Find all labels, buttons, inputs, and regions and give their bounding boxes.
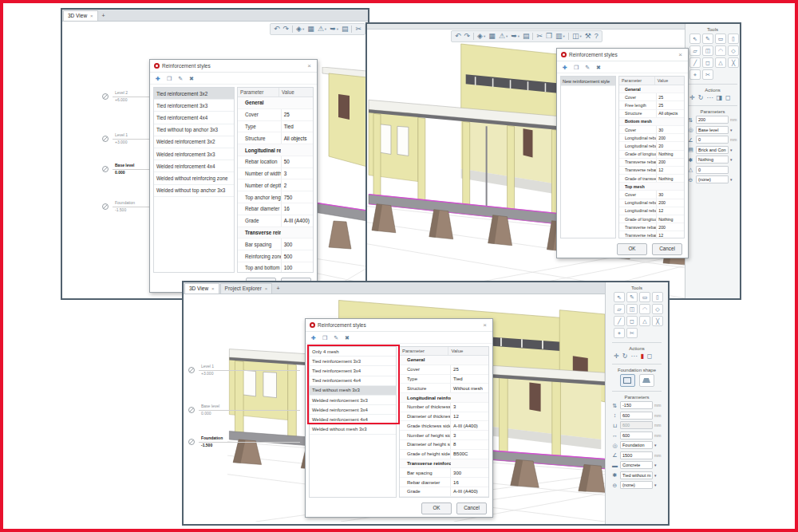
box-tool-icon[interactable]: ◻ — [702, 57, 713, 68]
style-list-item[interactable]: Tied reinforcement 3x2 — [154, 88, 234, 100]
parameter-row[interactable]: Diameter of thickness side reb 12 — [400, 412, 488, 422]
parameter-row[interactable]: Grade of height side B500C — [400, 450, 488, 459]
dialog-titlebar[interactable]: Reinforcement styles × — [150, 60, 317, 73]
style-list-item[interactable]: Welded reinforcement 3x2 — [154, 136, 234, 148]
add-style-icon[interactable]: ✚ — [311, 335, 316, 341]
trim-tool-icon[interactable]: ✂ — [702, 69, 713, 80]
roof-tool-icon[interactable]: △ — [715, 57, 726, 68]
parameter-row[interactable]: Bar spacing 300 — [238, 238, 313, 250]
style-list-item[interactable]: Tied reinforcement 4x4 — [154, 112, 234, 124]
parameter-row[interactable]: Rebar diameter 16 — [400, 478, 488, 487]
parameter-row[interactable]: Transverse reinforcement of cage — [400, 459, 488, 469]
redo-icon[interactable]: ↷ — [283, 26, 290, 33]
style-list-item[interactable]: New reinforcement style — [561, 77, 615, 86]
style-list-item[interactable]: Welded without mesh 3x3 — [310, 425, 396, 435]
window-tool-icon[interactable]: ◫ — [626, 304, 638, 314]
paste-icon[interactable]: ▥ — [555, 33, 565, 40]
snapshot-icon[interactable]: ▦ — [488, 33, 496, 40]
param-input[interactable]: 600 — [620, 421, 653, 429]
parameter-row[interactable]: Transverse reinforcement of cage — [238, 227, 313, 239]
chevron-down-icon[interactable]: ▾ — [654, 483, 662, 487]
parameter-row[interactable]: Longitudinal reinforcement of cage — [238, 144, 313, 156]
parameter-row[interactable]: Grade of transverse rebar Nothing — [619, 175, 684, 183]
settings-icon[interactable]: ⚒ — [585, 33, 591, 40]
mirror-action-icon[interactable]: ◨ — [716, 94, 722, 101]
line-tool-icon[interactable]: ╱ — [614, 316, 625, 326]
ok-button[interactable]: OK — [421, 502, 452, 514]
parameter-row[interactable]: Longitudinal rebar diameter 12 — [619, 207, 684, 215]
parameter-row[interactable]: Cover 30 — [619, 126, 684, 134]
chevron-down-icon[interactable]: ▾ — [654, 473, 662, 478]
parameter-row[interactable]: Grade of longitudinal rebar Nothing — [619, 151, 684, 159]
tab-close-icon[interactable]: × — [265, 286, 268, 291]
snapshot-icon[interactable]: ▦ — [307, 26, 314, 33]
wall-tool-icon[interactable]: ▭ — [639, 292, 650, 302]
parameter-row[interactable]: Structure All objects — [238, 132, 313, 144]
arc-tool-icon[interactable]: ◠ — [639, 304, 650, 314]
parameter-row[interactable]: Top anchor length 750 — [238, 191, 313, 203]
parameter-row[interactable]: Type Tied — [400, 375, 488, 384]
roof-tool-icon[interactable]: △ — [639, 316, 650, 326]
array-action-icon[interactable]: ◻ — [647, 353, 653, 360]
parameter-row[interactable]: Rebar location 50 — [238, 156, 313, 168]
param-input[interactable]: Nothing — [696, 156, 729, 164]
parameter-row[interactable]: Cover 25 — [400, 365, 488, 375]
duplicate-style-icon[interactable]: ❐ — [322, 335, 327, 341]
style-list-item[interactable]: Welded without reinforcing zone — [154, 172, 234, 184]
export-icon[interactable]: ➥ — [330, 26, 338, 33]
erase-tool-icon[interactable]: ╳ — [728, 57, 739, 68]
point-tool-icon[interactable]: ⌖ — [614, 328, 625, 338]
arc-tool-icon[interactable]: ◠ — [715, 45, 726, 56]
help-icon[interactable]: ? — [595, 33, 598, 40]
new-tab-button[interactable]: + — [99, 11, 109, 21]
style-list-item[interactable]: Welded reinforcement 3x4 — [310, 405, 396, 415]
delete-style-icon[interactable]: ✖ — [189, 76, 194, 81]
style-list-item[interactable]: Tied reinforcement 3x3 — [154, 100, 234, 112]
parameter-row[interactable]: Type Tied — [238, 121, 313, 133]
parameter-row[interactable]: General — [400, 356, 488, 365]
foundation-shape-rect-button[interactable] — [620, 374, 635, 387]
view-options-icon[interactable]: ◈ — [477, 33, 485, 40]
param-input[interactable]: -150 — [620, 401, 653, 409]
draw-tool-icon[interactable]: ✎ — [626, 292, 638, 302]
parameter-row[interactable]: Cover 30 — [619, 191, 684, 199]
parameter-row[interactable]: General — [619, 85, 684, 93]
param-input[interactable]: Concrete — [620, 461, 653, 469]
param-input[interactable]: Brick and Con — [696, 146, 729, 154]
parameter-row[interactable]: Cover 25 — [238, 109, 313, 121]
cut-icon[interactable]: ✂ — [536, 33, 543, 40]
column-tool-icon[interactable]: ▯ — [652, 292, 663, 302]
point-tool-icon[interactable]: ⌖ — [689, 69, 701, 80]
add-style-icon[interactable]: ✚ — [563, 65, 567, 70]
tab-3d-view[interactable]: 3D View × — [184, 283, 219, 294]
record-action-icon[interactable]: ▮ — [640, 353, 643, 360]
parameter-row[interactable]: Rebar diameter 16 — [238, 203, 313, 215]
close-icon[interactable]: × — [306, 62, 313, 69]
param-input[interactable]: 200 — [696, 116, 729, 124]
slab-tool-icon[interactable]: ▱ — [689, 45, 701, 56]
style-list-item[interactable]: Tied without top anchor 3x3 — [154, 124, 234, 136]
style-list-item[interactable]: Tied without mesh 3x3 — [310, 386, 396, 396]
param-input[interactable]: Base level — [696, 126, 729, 134]
style-list-item[interactable]: Tied reinforcement 4x4 — [310, 376, 396, 386]
parameter-row[interactable]: Number of depth side rebars 2 — [238, 179, 313, 191]
parameter-row[interactable]: Grade A-III (A400) — [238, 215, 313, 227]
parameter-row[interactable]: General — [238, 97, 313, 109]
parameter-row[interactable]: Structure All objects — [619, 110, 684, 118]
undo-icon[interactable]: ↶ — [274, 26, 280, 33]
parameter-row[interactable]: Number of height side rebars 3 — [400, 431, 488, 440]
duplicate-style-icon[interactable]: ❐ — [167, 76, 172, 81]
select-tool-icon[interactable]: ⇖ — [689, 33, 701, 44]
style-list-item[interactable]: Tied reinforcement 3x3 — [310, 357, 396, 366]
parameter-row[interactable]: Longitudinal rebars spacing 200 — [619, 134, 684, 142]
parameter-row[interactable]: Cover 25 — [619, 93, 684, 101]
parameter-row[interactable]: Top and bottom rebar dimens 100 — [238, 262, 313, 273]
param-input[interactable]: (none) — [620, 481, 653, 489]
param-input[interactable]: Tied without m — [620, 471, 653, 479]
parameter-row[interactable]: Longitudinal rebars spacing 200 — [619, 199, 684, 207]
param-input[interactable]: (none) — [696, 175, 729, 183]
param-input[interactable]: 0 — [696, 136, 729, 144]
tab-close-icon[interactable]: × — [211, 286, 215, 291]
parameter-row[interactable]: Grade A-III (A400) — [400, 487, 488, 497]
level-marker[interactable]: Foundation -1.500 — [188, 436, 300, 447]
